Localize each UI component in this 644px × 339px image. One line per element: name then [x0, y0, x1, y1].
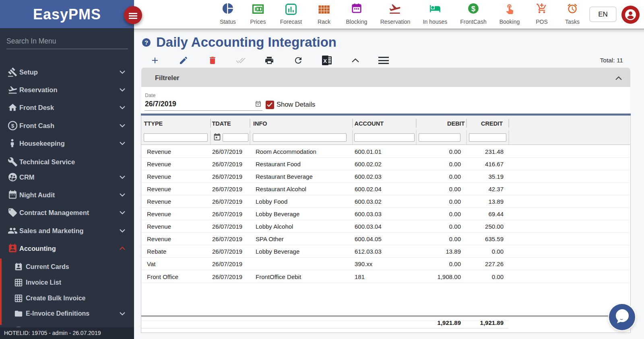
svg-text:X: X: [323, 58, 327, 64]
svg-text:$: $: [11, 123, 14, 129]
svg-text:$: $: [471, 4, 476, 13]
